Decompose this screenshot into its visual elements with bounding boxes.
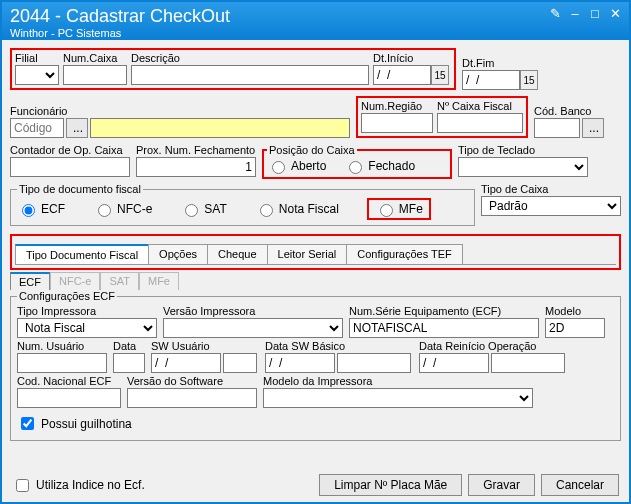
subtab-sat[interactable]: SAT — [100, 272, 139, 290]
codnac-input[interactable] — [17, 388, 121, 408]
posicao-fechado-radio[interactable]: Fechado — [344, 158, 415, 174]
docfiscal-legend: Tipo de documento fiscal — [17, 183, 143, 195]
dtfim-label: Dt.Fim — [462, 57, 540, 69]
codbanco-label: Cód. Banco — [534, 105, 606, 117]
dataswbasico-date-input[interactable] — [265, 353, 335, 373]
proxnum-input[interactable] — [136, 157, 256, 177]
numcaixafiscal-input[interactable] — [437, 113, 523, 133]
tipoimp-select[interactable]: Nota Fiscal — [17, 318, 157, 338]
dtinicio-input[interactable] — [373, 65, 431, 85]
ecf-legend: Configurações ECF — [17, 290, 117, 302]
funcionario-label: Funcionário — [10, 105, 350, 117]
tipocaixa-select[interactable]: Padrão — [481, 196, 621, 216]
contador-label: Contador de Op. Caixa — [10, 144, 130, 156]
data-label: Data — [113, 340, 145, 352]
data-input[interactable] — [113, 353, 145, 373]
tab-configtef[interactable]: Configurações TEF — [346, 244, 463, 264]
subtab-ecf[interactable]: ECF — [10, 272, 50, 290]
modimp-label: Modelo da Impressora — [263, 375, 533, 387]
swusuario-label: SW Usuário — [151, 340, 259, 352]
versoft-label: Versão do Software — [127, 375, 257, 387]
subtab-mfe[interactable]: MFe — [139, 272, 179, 290]
descricao-input[interactable] — [131, 65, 369, 85]
datareinicio-date-input[interactable] — [419, 353, 489, 373]
tipocaixa-label: Tipo de Caixa — [481, 183, 621, 195]
dtfim-input[interactable] — [462, 70, 520, 90]
tipoteclado-select[interactable] — [458, 157, 588, 177]
numcaixa-label: Num.Caixa — [63, 52, 127, 64]
window-title: 2044 - Cadastrar CheckOut — [10, 6, 621, 27]
proxnum-label: Prox. Num. Fechamento — [136, 144, 256, 156]
numserie-label: Num.Série Equipamento (ECF) — [349, 305, 539, 317]
codbanco-input[interactable] — [534, 118, 580, 138]
cancelar-button[interactable]: Cancelar — [541, 474, 619, 496]
subtab-nfce[interactable]: NFC-e — [50, 272, 100, 290]
window: 2044 - Cadastrar CheckOut Winthor - PC S… — [0, 0, 631, 504]
notafiscal-radio[interactable]: Nota Fiscal — [255, 201, 339, 217]
ecf-radio[interactable]: ECF — [17, 201, 65, 217]
verimp-label: Versão Impressora — [163, 305, 343, 317]
sat-radio[interactable]: SAT — [180, 201, 226, 217]
numregiao-input[interactable] — [361, 113, 433, 133]
calendar-icon[interactable]: 15 — [431, 65, 449, 85]
numcaixafiscal-label: Nº Caixa Fiscal — [437, 100, 523, 112]
swusuario-input[interactable] — [223, 353, 257, 373]
descricao-label: Descrição — [131, 52, 369, 64]
verimp-select[interactable] — [163, 318, 343, 338]
window-subtitle: Winthor - PC Sistemas — [10, 27, 621, 39]
tab-opcoes[interactable]: Opções — [148, 244, 208, 264]
mfe-radio[interactable]: MFe — [375, 201, 423, 217]
maximize-icon[interactable]: □ — [587, 6, 603, 20]
limpar-button[interactable]: Limpar Nº Placa Mãe — [319, 474, 462, 496]
posicao-legend: Posição do Caixa — [267, 144, 357, 156]
posicao-aberto-radio[interactable]: Aberto — [267, 158, 326, 174]
modelo-label: Modelo — [545, 305, 605, 317]
numserie-input[interactable] — [349, 318, 539, 338]
datareinicio-label: Data Reinício Operação — [419, 340, 567, 352]
tipoteclado-label: Tipo de Teclado — [458, 144, 588, 156]
numusuario-input[interactable] — [17, 353, 107, 373]
guilhotina-checkbox[interactable]: Possui guilhotina — [17, 414, 132, 433]
dtinicio-label: Dt.Início — [373, 52, 451, 64]
sub-tabs: ECF NFC-e SAT MFe — [10, 272, 621, 290]
modelo-input[interactable] — [545, 318, 605, 338]
tab-tipodocfiscal[interactable]: Tipo Documento Fiscal — [15, 244, 149, 264]
codnac-label: Cod. Nacional ECF — [17, 375, 121, 387]
modimp-select[interactable] — [263, 388, 533, 408]
filial-select[interactable] — [15, 65, 59, 85]
titlebar: 2044 - Cadastrar CheckOut Winthor - PC S… — [2, 2, 629, 40]
funcionario-nome-input — [90, 118, 350, 138]
swusuario-date-input[interactable] — [151, 353, 221, 373]
minimize-icon[interactable]: – — [567, 6, 583, 20]
dataswbasico-input[interactable] — [337, 353, 411, 373]
tab-leitorserial[interactable]: Leitor Serial — [267, 244, 348, 264]
codbanco-lookup-button[interactable]: ... — [582, 118, 604, 138]
contador-input[interactable] — [10, 157, 130, 177]
close-icon[interactable]: ✕ — [607, 6, 623, 20]
datareinicio-input[interactable] — [491, 353, 565, 373]
versoft-input[interactable] — [127, 388, 257, 408]
tipoimp-label: Tipo Impressora — [17, 305, 157, 317]
edit-icon[interactable]: ✎ — [547, 6, 563, 20]
gravar-button[interactable]: Gravar — [468, 474, 535, 496]
funcionario-lookup-button[interactable]: ... — [66, 118, 88, 138]
numcaixa-input[interactable] — [63, 65, 127, 85]
dataswbasico-label: Data SW Básico — [265, 340, 413, 352]
numregiao-label: Num.Região — [361, 100, 433, 112]
calendar-icon[interactable]: 15 — [520, 70, 538, 90]
main-tabs: Tipo Documento Fiscal Opções Cheque Leit… — [15, 244, 616, 265]
numusuario-label: Num. Usuário — [17, 340, 107, 352]
filial-label: Filial — [15, 52, 59, 64]
nfce-radio[interactable]: NFC-e — [93, 201, 152, 217]
utilizaindice-checkbox[interactable]: Utiliza Indice no Ecf. — [12, 476, 145, 495]
tab-cheque[interactable]: Cheque — [207, 244, 268, 264]
funcionario-codigo-input[interactable] — [10, 118, 64, 138]
